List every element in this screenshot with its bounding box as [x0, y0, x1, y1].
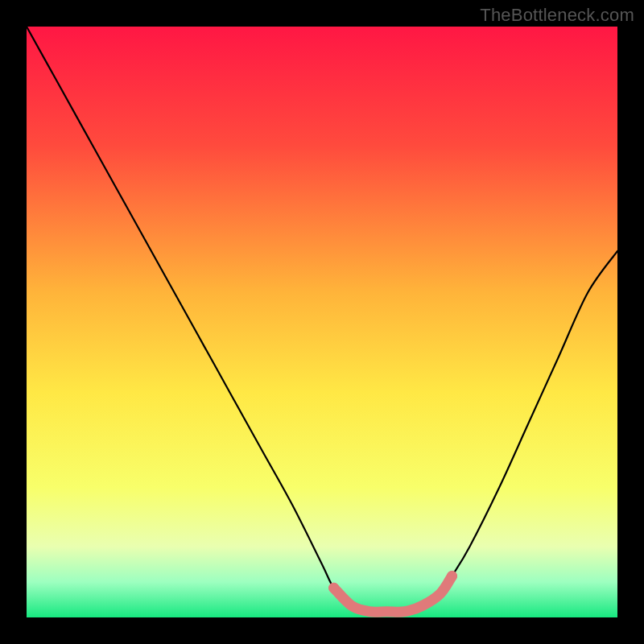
bottleneck-chart — [0, 0, 644, 644]
plot-gradient-background — [27, 27, 617, 617]
highlight-dot-start — [328, 583, 339, 593]
highlight-dot-end — [447, 571, 457, 581]
chart-frame: TheBottleneck.com — [0, 0, 644, 644]
